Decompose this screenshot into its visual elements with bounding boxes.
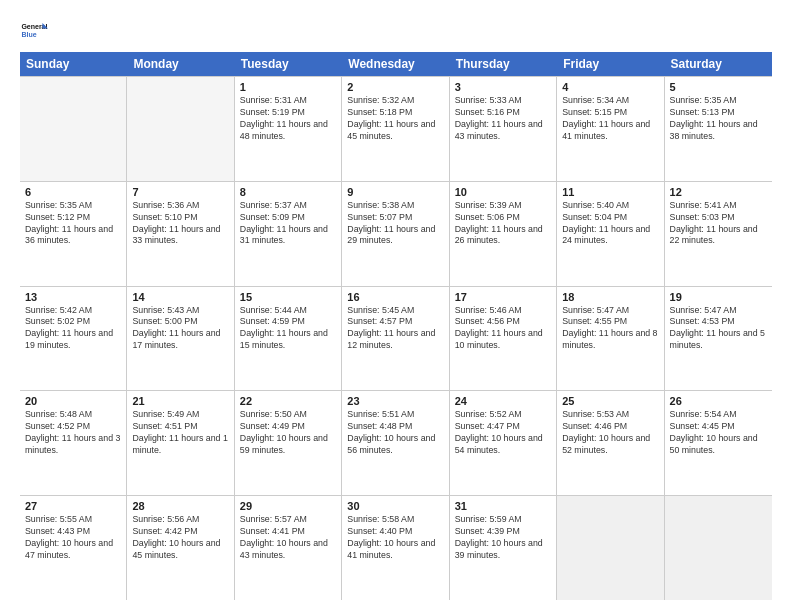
day-number: 3 xyxy=(455,81,551,93)
day-number: 23 xyxy=(347,395,443,407)
day-number: 9 xyxy=(347,186,443,198)
day-info: Sunrise: 5:33 AM Sunset: 5:16 PM Dayligh… xyxy=(455,95,551,143)
weekday-header: Tuesday xyxy=(235,52,342,76)
calendar-cell: 16Sunrise: 5:45 AM Sunset: 4:57 PM Dayli… xyxy=(342,287,449,391)
calendar-cell: 19Sunrise: 5:47 AM Sunset: 4:53 PM Dayli… xyxy=(665,287,772,391)
day-info: Sunrise: 5:56 AM Sunset: 4:42 PM Dayligh… xyxy=(132,514,228,562)
day-info: Sunrise: 5:44 AM Sunset: 4:59 PM Dayligh… xyxy=(240,305,336,353)
day-info: Sunrise: 5:50 AM Sunset: 4:49 PM Dayligh… xyxy=(240,409,336,457)
calendar-row: 1Sunrise: 5:31 AM Sunset: 5:19 PM Daylig… xyxy=(20,77,772,182)
day-number: 27 xyxy=(25,500,121,512)
day-number: 18 xyxy=(562,291,658,303)
calendar-cell: 31Sunrise: 5:59 AM Sunset: 4:39 PM Dayli… xyxy=(450,496,557,600)
day-info: Sunrise: 5:31 AM Sunset: 5:19 PM Dayligh… xyxy=(240,95,336,143)
day-number: 14 xyxy=(132,291,228,303)
calendar-cell: 8Sunrise: 5:37 AM Sunset: 5:09 PM Daylig… xyxy=(235,182,342,286)
day-info: Sunrise: 5:32 AM Sunset: 5:18 PM Dayligh… xyxy=(347,95,443,143)
day-info: Sunrise: 5:59 AM Sunset: 4:39 PM Dayligh… xyxy=(455,514,551,562)
day-info: Sunrise: 5:43 AM Sunset: 5:00 PM Dayligh… xyxy=(132,305,228,353)
calendar-cell: 30Sunrise: 5:58 AM Sunset: 4:40 PM Dayli… xyxy=(342,496,449,600)
day-info: Sunrise: 5:37 AM Sunset: 5:09 PM Dayligh… xyxy=(240,200,336,248)
logo-icon: General Blue xyxy=(20,16,48,44)
calendar-header: SundayMondayTuesdayWednesdayThursdayFrid… xyxy=(20,52,772,76)
day-number: 17 xyxy=(455,291,551,303)
day-number: 1 xyxy=(240,81,336,93)
day-info: Sunrise: 5:35 AM Sunset: 5:12 PM Dayligh… xyxy=(25,200,121,248)
calendar-cell xyxy=(557,496,664,600)
calendar-cell: 11Sunrise: 5:40 AM Sunset: 5:04 PM Dayli… xyxy=(557,182,664,286)
weekday-header: Friday xyxy=(557,52,664,76)
calendar-cell: 9Sunrise: 5:38 AM Sunset: 5:07 PM Daylig… xyxy=(342,182,449,286)
calendar-cell: 12Sunrise: 5:41 AM Sunset: 5:03 PM Dayli… xyxy=(665,182,772,286)
day-number: 22 xyxy=(240,395,336,407)
day-number: 5 xyxy=(670,81,767,93)
day-info: Sunrise: 5:34 AM Sunset: 5:15 PM Dayligh… xyxy=(562,95,658,143)
day-info: Sunrise: 5:47 AM Sunset: 4:55 PM Dayligh… xyxy=(562,305,658,353)
calendar-cell: 6Sunrise: 5:35 AM Sunset: 5:12 PM Daylig… xyxy=(20,182,127,286)
day-number: 20 xyxy=(25,395,121,407)
day-number: 11 xyxy=(562,186,658,198)
day-number: 13 xyxy=(25,291,121,303)
day-number: 15 xyxy=(240,291,336,303)
day-number: 29 xyxy=(240,500,336,512)
calendar-cell: 21Sunrise: 5:49 AM Sunset: 4:51 PM Dayli… xyxy=(127,391,234,495)
calendar-cell: 26Sunrise: 5:54 AM Sunset: 4:45 PM Dayli… xyxy=(665,391,772,495)
weekday-header: Thursday xyxy=(450,52,557,76)
day-number: 24 xyxy=(455,395,551,407)
day-info: Sunrise: 5:51 AM Sunset: 4:48 PM Dayligh… xyxy=(347,409,443,457)
weekday-header: Sunday xyxy=(20,52,127,76)
calendar-row: 27Sunrise: 5:55 AM Sunset: 4:43 PM Dayli… xyxy=(20,496,772,600)
calendar-cell: 22Sunrise: 5:50 AM Sunset: 4:49 PM Dayli… xyxy=(235,391,342,495)
day-info: Sunrise: 5:52 AM Sunset: 4:47 PM Dayligh… xyxy=(455,409,551,457)
day-info: Sunrise: 5:55 AM Sunset: 4:43 PM Dayligh… xyxy=(25,514,121,562)
calendar-cell: 7Sunrise: 5:36 AM Sunset: 5:10 PM Daylig… xyxy=(127,182,234,286)
calendar-cell: 28Sunrise: 5:56 AM Sunset: 4:42 PM Dayli… xyxy=(127,496,234,600)
weekday-header: Saturday xyxy=(665,52,772,76)
calendar-cell: 17Sunrise: 5:46 AM Sunset: 4:56 PM Dayli… xyxy=(450,287,557,391)
day-info: Sunrise: 5:41 AM Sunset: 5:03 PM Dayligh… xyxy=(670,200,767,248)
day-number: 12 xyxy=(670,186,767,198)
day-number: 25 xyxy=(562,395,658,407)
calendar-cell: 3Sunrise: 5:33 AM Sunset: 5:16 PM Daylig… xyxy=(450,77,557,181)
calendar-cell: 14Sunrise: 5:43 AM Sunset: 5:00 PM Dayli… xyxy=(127,287,234,391)
day-number: 10 xyxy=(455,186,551,198)
day-info: Sunrise: 5:39 AM Sunset: 5:06 PM Dayligh… xyxy=(455,200,551,248)
weekday-header: Monday xyxy=(127,52,234,76)
day-info: Sunrise: 5:53 AM Sunset: 4:46 PM Dayligh… xyxy=(562,409,658,457)
calendar-cell xyxy=(20,77,127,181)
day-number: 8 xyxy=(240,186,336,198)
day-number: 4 xyxy=(562,81,658,93)
day-number: 28 xyxy=(132,500,228,512)
day-number: 19 xyxy=(670,291,767,303)
calendar-body: 1Sunrise: 5:31 AM Sunset: 5:19 PM Daylig… xyxy=(20,76,772,600)
day-number: 26 xyxy=(670,395,767,407)
calendar-cell: 20Sunrise: 5:48 AM Sunset: 4:52 PM Dayli… xyxy=(20,391,127,495)
calendar-row: 13Sunrise: 5:42 AM Sunset: 5:02 PM Dayli… xyxy=(20,287,772,392)
calendar-cell: 24Sunrise: 5:52 AM Sunset: 4:47 PM Dayli… xyxy=(450,391,557,495)
day-info: Sunrise: 5:58 AM Sunset: 4:40 PM Dayligh… xyxy=(347,514,443,562)
day-number: 6 xyxy=(25,186,121,198)
day-info: Sunrise: 5:38 AM Sunset: 5:07 PM Dayligh… xyxy=(347,200,443,248)
calendar-row: 20Sunrise: 5:48 AM Sunset: 4:52 PM Dayli… xyxy=(20,391,772,496)
day-info: Sunrise: 5:35 AM Sunset: 5:13 PM Dayligh… xyxy=(670,95,767,143)
day-number: 16 xyxy=(347,291,443,303)
calendar-cell: 4Sunrise: 5:34 AM Sunset: 5:15 PM Daylig… xyxy=(557,77,664,181)
weekday-header: Wednesday xyxy=(342,52,449,76)
calendar-cell: 18Sunrise: 5:47 AM Sunset: 4:55 PM Dayli… xyxy=(557,287,664,391)
logo: General Blue xyxy=(20,16,52,44)
day-info: Sunrise: 5:46 AM Sunset: 4:56 PM Dayligh… xyxy=(455,305,551,353)
day-info: Sunrise: 5:45 AM Sunset: 4:57 PM Dayligh… xyxy=(347,305,443,353)
calendar-cell: 13Sunrise: 5:42 AM Sunset: 5:02 PM Dayli… xyxy=(20,287,127,391)
calendar-cell xyxy=(127,77,234,181)
calendar-cell: 5Sunrise: 5:35 AM Sunset: 5:13 PM Daylig… xyxy=(665,77,772,181)
svg-text:Blue: Blue xyxy=(21,31,36,38)
day-info: Sunrise: 5:57 AM Sunset: 4:41 PM Dayligh… xyxy=(240,514,336,562)
day-info: Sunrise: 5:49 AM Sunset: 4:51 PM Dayligh… xyxy=(132,409,228,457)
day-info: Sunrise: 5:36 AM Sunset: 5:10 PM Dayligh… xyxy=(132,200,228,248)
calendar: SundayMondayTuesdayWednesdayThursdayFrid… xyxy=(20,52,772,600)
day-info: Sunrise: 5:47 AM Sunset: 4:53 PM Dayligh… xyxy=(670,305,767,353)
calendar-cell: 10Sunrise: 5:39 AM Sunset: 5:06 PM Dayli… xyxy=(450,182,557,286)
calendar-cell: 23Sunrise: 5:51 AM Sunset: 4:48 PM Dayli… xyxy=(342,391,449,495)
day-info: Sunrise: 5:54 AM Sunset: 4:45 PM Dayligh… xyxy=(670,409,767,457)
calendar-cell: 25Sunrise: 5:53 AM Sunset: 4:46 PM Dayli… xyxy=(557,391,664,495)
